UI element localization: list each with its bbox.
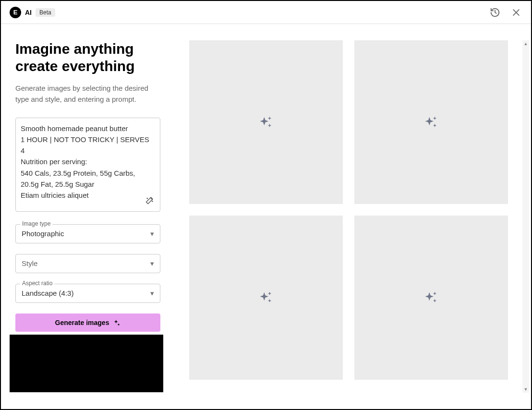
history-icon[interactable] <box>489 6 501 19</box>
aspect-ratio-select[interactable]: Landscape (4:3) ▾ <box>15 284 160 303</box>
aspect-ratio-label: Aspect ratio <box>20 280 54 287</box>
image-grid <box>189 40 508 380</box>
aspect-ratio-field: Aspect ratio Landscape (4:3) ▾ <box>15 284 160 303</box>
prompt-box <box>15 118 160 212</box>
magic-wand-icon[interactable] <box>145 196 154 206</box>
style-value: Style <box>22 259 37 267</box>
close-icon[interactable] <box>510 6 522 19</box>
sparkle-icon <box>424 290 438 305</box>
header-left: E AI Beta <box>10 7 55 18</box>
header: E AI Beta <box>1 1 531 24</box>
blackout-region <box>10 335 163 392</box>
chevron-down-icon: ▾ <box>150 229 154 238</box>
sparkle-icon <box>259 290 273 305</box>
style-select[interactable]: Style ▾ <box>15 254 160 273</box>
generate-label: Generate images <box>55 319 109 326</box>
chevron-down-icon: ▾ <box>150 259 154 268</box>
content: ▲ ▼ <box>175 24 531 409</box>
image-type-select[interactable]: Photographic ▾ <box>15 224 160 243</box>
page-title: Imagine anything create everything <box>15 40 160 75</box>
scroll-down-icon[interactable]: ▼ <box>523 386 529 393</box>
image-placeholder[interactable] <box>354 216 508 379</box>
scrollbar[interactable]: ▲ ▼ <box>522 40 529 393</box>
prompt-input[interactable] <box>21 123 155 205</box>
image-type-value: Photographic <box>22 229 64 238</box>
sparkle-icon <box>424 115 438 130</box>
sparkle-icon <box>259 115 273 130</box>
style-field: Style ▾ <box>15 254 160 273</box>
beta-badge: Beta <box>36 8 55 17</box>
sidebar: Imagine anything create everything Gener… <box>1 24 175 409</box>
chevron-down-icon: ▾ <box>150 289 154 298</box>
image-type-label: Image type <box>20 220 52 227</box>
image-type-field: Image type Photographic ▾ <box>15 224 160 243</box>
app-logo: E <box>10 7 21 18</box>
main: Imagine anything create everything Gener… <box>1 24 531 409</box>
scroll-up-icon[interactable]: ▲ <box>523 40 529 47</box>
image-placeholder[interactable] <box>189 216 343 379</box>
generate-button[interactable]: Generate images <box>15 314 160 332</box>
image-placeholder[interactable] <box>189 40 343 204</box>
ai-label: AI <box>25 9 32 16</box>
page-subtitle: Generate images by selecting the desired… <box>15 83 160 105</box>
aspect-ratio-value: Landscape (4:3) <box>22 289 73 297</box>
image-placeholder[interactable] <box>354 40 508 204</box>
sparkle-icon <box>113 319 121 326</box>
header-right <box>489 6 522 19</box>
